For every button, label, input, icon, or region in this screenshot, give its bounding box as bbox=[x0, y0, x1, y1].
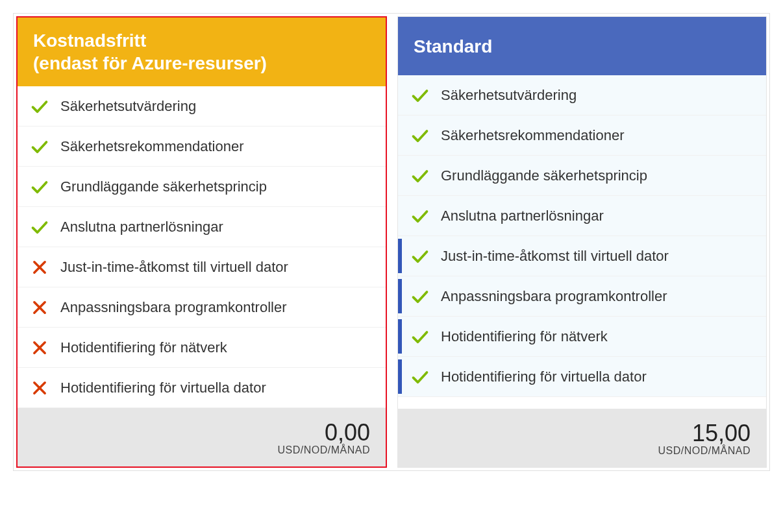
pricing-tier-standard[interactable]: Standard SäkerhetsutvärderingSäkerhetsre… bbox=[397, 16, 767, 468]
price-footer-standard: 15,00 USD/NOD/MÅNAD bbox=[398, 409, 766, 467]
cross-icon bbox=[31, 298, 49, 317]
tier-header-free: Kostnadsfritt (endast för Azure-resurser… bbox=[18, 18, 386, 86]
feature-label: Säkerhetsutvärdering bbox=[441, 87, 577, 104]
tier-title: Standard bbox=[414, 35, 492, 58]
check-icon bbox=[411, 368, 429, 386]
feature-row: Hotidentifiering för virtuella dator bbox=[398, 357, 766, 397]
pricing-tier-free[interactable]: Kostnadsfritt (endast för Azure-resurser… bbox=[16, 16, 387, 468]
check-icon bbox=[411, 86, 429, 104]
check-icon bbox=[411, 247, 429, 265]
feature-row: Säkerhetsutvärdering bbox=[18, 86, 386, 127]
feature-label: Anpassningsbara programkontroller bbox=[60, 299, 287, 316]
check-icon bbox=[411, 127, 429, 145]
cross-icon bbox=[31, 339, 49, 357]
feature-row: Just-in-time-åtkomst till virtuell dator bbox=[18, 247, 386, 287]
feature-label: Anslutna partnerlösningar bbox=[441, 208, 604, 224]
feature-row: Just-in-time-åtkomst till virtuell dator bbox=[398, 236, 766, 276]
features-list-standard: SäkerhetsutvärderingSäkerhetsrekommendat… bbox=[398, 75, 766, 397]
feature-row: Grundläggande säkerhetsprincip bbox=[18, 167, 386, 207]
feature-label: Säkerhetsutvärdering bbox=[60, 98, 196, 115]
features-list-free: SäkerhetsutvärderingSäkerhetsrekommendat… bbox=[18, 86, 386, 408]
price-amount: 15,00 bbox=[414, 422, 751, 445]
check-icon bbox=[31, 218, 49, 236]
price-footer-free: 0,00 USD/NOD/MÅNAD bbox=[18, 408, 386, 466]
cross-icon bbox=[31, 379, 49, 397]
feature-label: Anpassningsbara programkontroller bbox=[441, 288, 667, 305]
feature-row: Anpassningsbara programkontroller bbox=[398, 276, 766, 317]
feature-label: Grundläggande säkerhetsprincip bbox=[60, 178, 267, 195]
feature-row: Säkerhetsrekommendationer bbox=[398, 115, 766, 156]
feature-label: Hotidentifiering för nätverk bbox=[441, 328, 608, 345]
feature-label: Just-in-time-åtkomst till virtuell dator bbox=[441, 248, 669, 265]
check-icon bbox=[31, 138, 49, 156]
pricing-tier-comparison: Kostnadsfritt (endast för Azure-resurser… bbox=[13, 13, 770, 471]
check-icon bbox=[31, 97, 49, 115]
feature-row: Säkerhetsrekommendationer bbox=[18, 127, 386, 167]
feature-row: Anpassningsbara programkontroller bbox=[18, 287, 386, 328]
feature-row: Anslutna partnerlösningar bbox=[18, 207, 386, 247]
feature-label: Hotidentifiering för virtuella dator bbox=[441, 369, 647, 385]
check-icon bbox=[411, 167, 429, 185]
feature-label: Just-in-time-åtkomst till virtuell dator bbox=[60, 259, 288, 276]
price-amount: 0,00 bbox=[33, 421, 370, 444]
feature-row: Säkerhetsutvärdering bbox=[398, 75, 766, 115]
tier-title: Kostnadsfritt (endast för Azure-resurser… bbox=[33, 29, 267, 75]
check-icon bbox=[411, 207, 429, 225]
feature-row: Hotidentifiering för virtuella dator bbox=[18, 368, 386, 408]
feature-label: Säkerhetsrekommendationer bbox=[60, 138, 243, 155]
feature-label: Hotidentifiering för nätverk bbox=[60, 339, 227, 356]
feature-row: Hotidentifiering för nätverk bbox=[18, 328, 386, 368]
tier-header-standard: Standard bbox=[398, 17, 766, 75]
feature-row: Hotidentifiering för nätverk bbox=[398, 317, 766, 357]
cross-icon bbox=[31, 258, 49, 276]
feature-label: Grundläggande säkerhetsprincip bbox=[441, 167, 647, 184]
price-unit: USD/NOD/MÅNAD bbox=[414, 445, 751, 457]
check-icon bbox=[31, 178, 49, 196]
feature-label: Säkerhetsrekommendationer bbox=[441, 127, 624, 144]
feature-row: Grundläggande säkerhetsprincip bbox=[398, 156, 766, 196]
check-icon bbox=[411, 287, 429, 306]
feature-label: Anslutna partnerlösningar bbox=[60, 219, 223, 236]
check-icon bbox=[411, 328, 429, 346]
feature-row: Anslutna partnerlösningar bbox=[398, 196, 766, 236]
price-unit: USD/NOD/MÅNAD bbox=[33, 444, 370, 456]
feature-label: Hotidentifiering för virtuella dator bbox=[60, 380, 266, 396]
